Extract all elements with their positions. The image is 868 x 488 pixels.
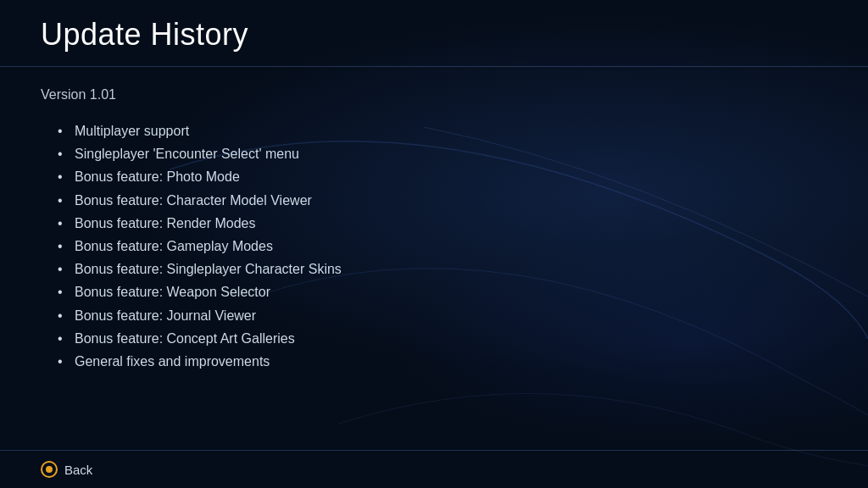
footer: Back [0,450,868,488]
list-item: Singleplayer 'Encounter Select' menu [61,142,827,165]
back-label[interactable]: Back [64,463,92,477]
circle-icon [41,461,58,478]
version-label: Version 1.01 [41,87,827,103]
list-item: Multiplayer support [61,119,827,142]
list-item: Bonus feature: Concept Art Galleries [61,327,827,350]
list-item: Bonus feature: Journal Viewer [61,304,827,327]
list-item: Bonus feature: Gameplay Modes [61,235,827,258]
list-item: Bonus feature: Render Modes [61,212,827,235]
list-item: General fixes and improvements [61,350,827,373]
update-list: Multiplayer supportSingleplayer 'Encount… [41,119,827,373]
page-title: Update History [41,17,827,53]
main-content: Version 1.01 Multiplayer supportSinglepl… [0,67,868,450]
list-item: Bonus feature: Singleplayer Character Sk… [61,258,827,280]
list-item: Bonus feature: Character Model Viewer [61,189,827,212]
header: Update History [0,0,868,67]
list-item: Bonus feature: Weapon Selector [61,280,827,303]
list-item: Bonus feature: Photo Mode [61,165,827,188]
